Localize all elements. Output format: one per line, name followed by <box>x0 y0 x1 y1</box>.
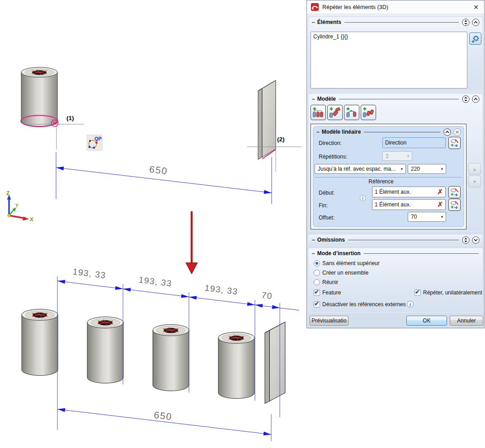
preview-button[interactable]: Prévisualisatio <box>310 316 348 326</box>
radio-no-parent-label[interactable]: Sans élément supérieur <box>322 260 380 266</box>
elements-options-button[interactable] <box>469 33 481 45</box>
gear-plus-icon <box>471 34 480 43</box>
dimension-before-650: 650 <box>56 152 272 204</box>
add-circular-pattern-button[interactable] <box>327 105 343 120</box>
ok-button-label: OK <box>423 317 430 324</box>
dim-text-offset-70: 70 <box>261 290 273 301</box>
repeat-elements-dialog: Répéter les éléments (3D) ✕ – Éléments C… <box>306 0 485 328</box>
repetitions-combo: 2 ▼ <box>382 151 412 161</box>
start-reference-value: 1 Élément aux. <box>375 189 411 195</box>
radio-unite[interactable] <box>314 279 320 285</box>
radio-create-assembly[interactable] <box>314 270 320 276</box>
reference1-crosshair <box>28 124 84 149</box>
repetitions-value: 2 <box>386 153 389 159</box>
linear-pattern-panel: – Modèle linéaire Direction: Direction <box>313 126 464 227</box>
dim-text-spacing-2: 193, 33 <box>138 275 173 289</box>
clear-reference-icon[interactable]: ✗ <box>437 201 443 209</box>
start-reference-field[interactable]: 1 Élément aux. ✗ <box>372 187 446 197</box>
limit-mode-combo[interactable]: Jusqu’à la réf. avec espac. ma... ▼ <box>315 164 406 174</box>
collapse-dash-icon[interactable]: – <box>312 19 315 25</box>
check-icon: ✔ <box>415 289 420 295</box>
offset-label: Offset: <box>319 215 334 221</box>
axis-x-label: X <box>30 216 33 223</box>
end-reference-value: 1 Élément aux. <box>375 201 411 208</box>
max-spacing-combo[interactable]: 220 ▼ <box>408 164 446 174</box>
axis-y-label: Y <box>15 203 19 208</box>
collapse-dash-icon[interactable]: – <box>312 96 315 102</box>
remove-pattern-icon[interactable] <box>453 128 461 136</box>
move-pattern-down-button[interactable]: ▼ <box>468 176 481 187</box>
collapse-up-icon[interactable] <box>443 128 451 136</box>
pin-spinner-icon[interactable] <box>462 19 470 26</box>
collapse-down-icon[interactable] <box>472 236 480 244</box>
dropdown-arrow-icon: ▼ <box>440 215 444 219</box>
elements-list[interactable]: Cylindre_1 {}{} <box>311 32 467 89</box>
limit-mode-value: Jusqu’à la réf. avec espac. ma... <box>318 166 396 172</box>
direction-value: Direction <box>385 140 406 146</box>
close-icon[interactable]: ✕ <box>473 4 479 10</box>
check-icon: ✔ <box>314 289 319 295</box>
dim-text-650-after: 650 <box>153 410 173 422</box>
dialog-title: Répéter les éléments (3D) <box>322 4 388 10</box>
info-glyph: i <box>410 302 411 307</box>
reference1-label: (1) <box>66 115 74 121</box>
clear-reference-icon[interactable]: ✗ <box>437 188 443 196</box>
dropdown-arrow-icon: ▼ <box>400 167 404 171</box>
direction-label: Direction: <box>319 140 342 146</box>
direction-field[interactable]: Direction <box>382 137 446 148</box>
dim-text-spacing-3: 193, 33 <box>204 283 239 297</box>
reference2-label: (2) <box>277 136 285 143</box>
collapse-up-icon[interactable] <box>472 19 480 26</box>
transform-arrow <box>186 211 198 274</box>
model-section: – Modèle <box>308 93 483 232</box>
radio-unite-label[interactable]: Réunir <box>322 279 338 285</box>
source-cylinder[interactable] <box>21 67 57 126</box>
info-glyph: i <box>362 196 363 201</box>
omissions-section: – Omissions <box>308 234 483 246</box>
dim-text-650-before: 650 <box>149 164 168 177</box>
direction-pick-button[interactable] <box>448 137 461 149</box>
result-plate[interactable] <box>265 322 285 403</box>
checkbox-disable-external-refs-label[interactable]: Désactiver les références externes <box>322 301 406 308</box>
offset-combo[interactable]: 70 ▼ <box>408 212 446 222</box>
reference-group-title: Référence <box>331 178 431 185</box>
elements-list-item[interactable]: Cylindre_1 {}{} <box>313 33 348 40</box>
dropdown-arrow-icon: ▼ <box>406 154 410 158</box>
max-spacing-value: 220 <box>411 166 420 172</box>
checkbox-feature[interactable]: ✔ <box>314 289 320 296</box>
move-pattern-up-button[interactable]: ▲ <box>468 163 481 175</box>
collapse-up-icon[interactable] <box>472 95 480 103</box>
qp-snap-widget[interactable]: QP <box>87 135 102 150</box>
checkbox-repeat-unilateral[interactable]: ✔ <box>414 289 421 296</box>
redefine-reference-icon <box>450 187 459 197</box>
radio-no-parent[interactable] <box>314 260 320 266</box>
start-pick-button[interactable] <box>448 186 461 198</box>
radio-create-assembly-label[interactable]: Créer un ensemble <box>322 270 368 276</box>
preview-button-label: Prévisualisatio <box>311 317 346 324</box>
repetitions-label: Répétitions: <box>319 154 347 160</box>
omissions-section-title: Omissions <box>317 237 345 243</box>
offset-value: 70 <box>411 214 417 220</box>
reference-info-icon[interactable]: i <box>360 195 366 201</box>
collapse-dash-icon[interactable]: – <box>316 129 320 135</box>
add-curve-pattern-button[interactable] <box>361 105 376 120</box>
result-cylinders[interactable] <box>22 309 254 399</box>
ok-button[interactable]: OK <box>406 316 447 326</box>
end-reference-field[interactable]: 1 Élément aux. ✗ <box>372 199 446 210</box>
add-linear-pattern-button[interactable] <box>311 105 326 120</box>
viewport-3d[interactable]: (1) QP (2) 650 Z <box>0 0 306 448</box>
checkbox-repeat-unilateral-label[interactable]: Répéter, unilatéralement <box>423 289 482 296</box>
pin-spinner-icon[interactable] <box>462 95 470 103</box>
point-pattern-icon <box>346 107 358 118</box>
cancel-button[interactable]: Annuler <box>450 316 483 326</box>
dialog-titlebar[interactable]: Répéter les éléments (3D) ✕ <box>307 0 484 14</box>
checkbox-feature-label[interactable]: Feature <box>322 289 341 296</box>
add-point-pattern-button[interactable] <box>344 105 359 120</box>
axes-triad: Z Y X <box>6 190 33 223</box>
external-refs-info-icon[interactable]: i <box>407 301 414 308</box>
pin-spinner-icon[interactable] <box>462 236 470 244</box>
collapse-dash-icon[interactable]: – <box>312 237 315 243</box>
end-pick-button[interactable] <box>448 199 461 211</box>
reference-plate[interactable] <box>258 80 276 159</box>
checkbox-disable-external-refs[interactable]: ✔ <box>314 301 320 308</box>
